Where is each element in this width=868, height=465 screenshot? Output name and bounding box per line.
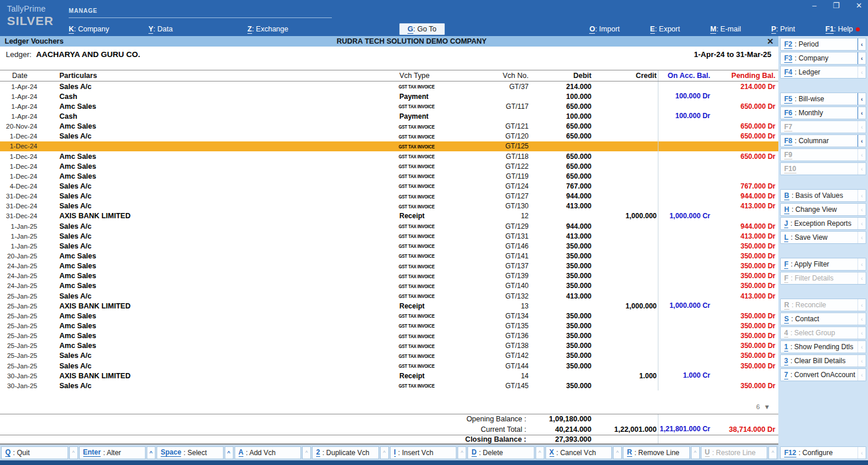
table-row[interactable]: 30-Jan-25Sales A/cGST TAX INVOICEGT/1453… [0, 381, 778, 391]
cell-debit: 767.000 [530, 182, 593, 190]
sidebar-button-filter-details: F: Filter Details‹ [780, 272, 866, 285]
maximize-icon[interactable]: ❐ [832, 1, 839, 10]
table-row[interactable]: 24-Jan-25Amc SalesGST TAX INVOICEGT/1373… [0, 261, 778, 271]
sidebar-button-convert-onaccount[interactable]: 7: Convert OnAccount‹ [780, 368, 866, 381]
menu-item-print[interactable]: P: Print [771, 25, 795, 33]
table-row[interactable]: 1-Jan-25Sales A/cGST TAX INVOICEGT/14635… [0, 241, 778, 251]
table-row[interactable]: 24-Jan-25Amc SalesGST TAX INVOICEGT/1393… [0, 271, 778, 281]
scroll-indicator-row: 6 ▼ [0, 400, 778, 414]
toolbar-expand-caret[interactable]: ^ [613, 446, 622, 459]
sidebar-button-apply-filter[interactable]: F: Apply Filter‹ [780, 258, 866, 271]
cell-pending-bal: 650.000 Dr [711, 122, 777, 130]
toolbar-button-quit[interactable]: Q: Quit [1, 446, 68, 459]
sidebar-button-ledger[interactable]: F4: Ledger‹ [780, 66, 866, 79]
cell-on-acc-bal [658, 251, 711, 261]
table-row[interactable]: 25-Jan-25Amc SalesGST TAX INVOICEGT/1343… [0, 311, 778, 321]
menu-item-company[interactable]: K: Company [69, 25, 148, 33]
table-row[interactable]: 25-Jan-25Sales A/cGST TAX INVOICEGT/1324… [0, 291, 778, 301]
table-row[interactable]: 25-Jan-25Sales A/cGST TAX INVOICEGT/1443… [0, 361, 778, 371]
table-row[interactable]: 1-Dec-24Amc SalesGST TAX INVOICEGT/11865… [0, 151, 778, 161]
table-row[interactable]: 1-Apr-24CashPayment100.000100.000 Dr [0, 91, 778, 101]
toolbar-expand-caret[interactable]: ^ [768, 446, 777, 459]
sidebar-button-exception-reports[interactable]: J: Exception Reports‹ [780, 217, 866, 230]
sidebar-button-bill-wise[interactable]: F5: Bill-wise‹ [780, 93, 866, 105]
sidebar-button-columnar[interactable]: F8: Columnar‹ [780, 134, 866, 147]
sidebar-button-monthly[interactable]: F6: Monthly‹ [780, 107, 866, 119]
goto-button[interactable]: G: Go To [399, 23, 445, 35]
close-window-icon[interactable]: ✕ [856, 1, 862, 10]
table-row[interactable]: 4-Dec-24Sales A/cGST TAX INVOICEGT/12476… [0, 181, 778, 191]
toolbar-expand-caret[interactable]: ^ [225, 446, 233, 459]
toolbar-button-label: : Delete [479, 449, 503, 457]
table-row[interactable]: 1-Apr-24CashPayment100.000100.000 Dr [0, 111, 778, 121]
table-row[interactable]: 20-Jan-25Amc SalesGST TAX INVOICEGT/1413… [0, 251, 778, 261]
chevron-left-icon: ‹ [858, 93, 866, 105]
toolbar-expand-caret[interactable]: ^ [380, 446, 389, 459]
table-row[interactable]: 30-Jan-25AXIS BANK LIMITEDReceipt141.000… [0, 371, 778, 381]
table-row[interactable]: 24-Jan-25Amc SalesGST TAX INVOICEGT/1403… [0, 281, 778, 291]
sidebar-button-label: : Period [795, 40, 858, 48]
table-row[interactable]: 25-Jan-25AXIS BANK LIMITEDReceipt131,000… [0, 301, 778, 311]
toolbar-button-cancel-vch[interactable]: X: Cancel Vch [545, 446, 612, 459]
menu-item-help[interactable]: F1: Help [826, 25, 860, 33]
table-row[interactable]: 1-Apr-24Amc SalesGST TAX INVOICEGT/11765… [0, 101, 778, 111]
minimize-icon[interactable]: – [812, 1, 816, 10]
menu-item-data[interactable]: Y: Data [148, 25, 247, 33]
table-row[interactable]: 25-Jan-25Amc SalesGST TAX INVOICEGT/1363… [0, 331, 778, 341]
table-row[interactable]: 25-Jan-25Amc SalesGST TAX INVOICEGT/1383… [0, 341, 778, 351]
close-report-icon[interactable]: ✕ [760, 37, 774, 46]
table-row[interactable]: 31-Dec-24AXIS BANK LIMITEDReceipt121,000… [0, 211, 778, 221]
toolbar-button-insert-vch[interactable]: I: Insert Vch [390, 446, 457, 459]
table-row[interactable]: 1-Apr-24Sales A/cGST TAX INVOICEGT/37214… [0, 81, 778, 91]
toolbar-expand-caret[interactable]: ^ [458, 446, 466, 459]
table-row[interactable]: 1-Dec-24GST TAX INVOICEGT/125 [0, 141, 778, 151]
toolbar-button-select[interactable]: Space: Select [157, 446, 224, 459]
table-row[interactable]: 1-Jan-25Sales A/cGST TAX INVOICEGT/13141… [0, 231, 778, 241]
cell-particulars: Sales A/c [40, 362, 396, 370]
table-row[interactable]: 20-Nov-24Amc SalesGST TAX INVOICEGT/1216… [0, 122, 778, 132]
sidebar-button-basis-of-values[interactable]: B: Basis of Values‹ [780, 189, 866, 202]
toolbar-expand-caret[interactable]: ^ [536, 446, 544, 459]
sidebar-button-change-view[interactable]: H: Change View‹ [780, 203, 866, 216]
sidebar-button-configure[interactable]: F12: Configure‹ [780, 446, 866, 459]
table-row[interactable]: 31-Dec-24Sales A/cGST TAX INVOICEGT/1304… [0, 201, 778, 211]
cell-on-acc-bal: 1,000.000 Cr [658, 211, 711, 221]
table-row[interactable]: 1-Dec-24Amc SalesGST TAX INVOICEGT/11965… [0, 171, 778, 181]
sidebar-button-company[interactable]: F3: Company‹ [780, 52, 866, 65]
cell-particulars: Sales A/c [40, 132, 396, 140]
menu-item-export[interactable]: E: Export [650, 25, 680, 33]
toolbar-button-add-vch[interactable]: A: Add Vch [235, 446, 302, 459]
scroll-more-indicator[interactable]: 6 ▼ [756, 403, 771, 410]
table-row[interactable]: 1-Dec-24Amc SalesGST TAX INVOICEGT/12265… [0, 161, 778, 171]
menu-item-e-mail[interactable]: M: E-mail [710, 25, 741, 33]
sidebar-button-show-pending-dtls[interactable]: 1: Show Pending Dtls‹ [780, 340, 866, 353]
toolbar-button-alter[interactable]: Enter: Alter [79, 446, 146, 459]
sidebar-button-period[interactable]: F2: Period‹ [780, 38, 866, 51]
table-row[interactable]: 31-Dec-24Sales A/cGST TAX INVOICEGT/1279… [0, 191, 778, 201]
table-row[interactable]: 1-Jan-25Sales A/cGST TAX INVOICEGT/12994… [0, 221, 778, 231]
toolbar-expand-caret[interactable]: ^ [691, 446, 700, 459]
toolbar-expand-caret[interactable]: ^ [302, 446, 311, 459]
toolbar-button-delete[interactable]: D: Delete [467, 446, 534, 459]
menu-item-import[interactable]: O: Import [589, 25, 619, 33]
sidebar-button-contact[interactable]: S: Contact‹ [780, 313, 866, 325]
toolbar-expand-caret[interactable]: ^ [69, 446, 78, 459]
toolbar-button-duplicate-vch[interactable]: 2: Duplicate Vch [312, 446, 379, 459]
sidebar-button-save-view[interactable]: L: Save View‹ [780, 231, 866, 244]
table-row[interactable]: 1-Dec-24Sales A/cGST TAX INVOICEGT/12065… [0, 132, 778, 141]
toolbar-button-remove-line[interactable]: R: Remove Line [623, 446, 690, 459]
cell-on-acc-bal [658, 291, 711, 301]
cell-particulars: Amc Sales [40, 342, 396, 350]
cell-particulars: Sales A/c [40, 352, 396, 360]
toolbar-button-restore-line: U: Restore Line [701, 446, 768, 459]
cell-vch-type: GST TAX INVOICE [396, 223, 469, 229]
shortcut-key: F8 [784, 137, 792, 145]
menu-item-exchange[interactable]: Z: Exchange [247, 25, 331, 33]
table-row[interactable]: 25-Jan-25Sales A/cGST TAX INVOICEGT/1423… [0, 351, 778, 361]
report-title-bar: Ledger Vouchers RUDRA TECH SOLUTION DEMO… [0, 36, 778, 47]
shortcut-key: F4 [784, 68, 792, 77]
cell-vch-no: GT/136 [489, 332, 530, 340]
sidebar-button-clear-bill-details[interactable]: 3: Clear Bill Details‹ [780, 354, 866, 367]
table-row[interactable]: 25-Jan-25Amc SalesGST TAX INVOICEGT/1353… [0, 321, 778, 331]
toolbar-expand-caret[interactable]: ^ [147, 446, 155, 459]
